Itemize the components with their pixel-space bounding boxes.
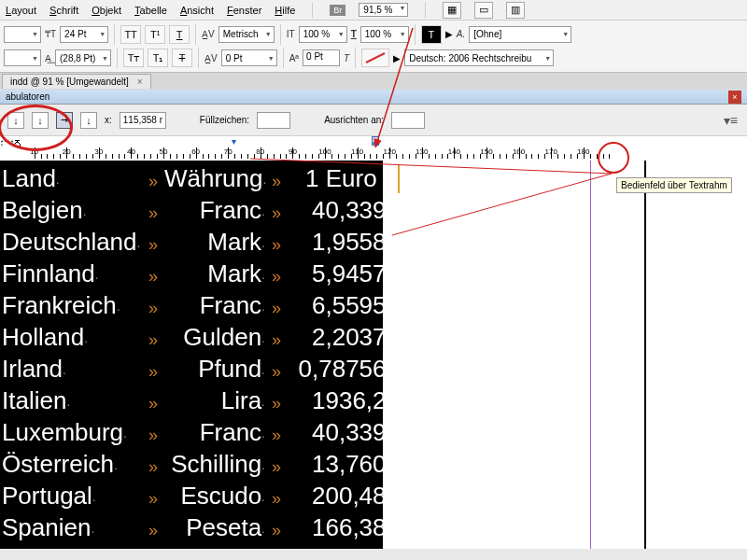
screen-mode-icon[interactable]: ▭ xyxy=(474,2,493,19)
control-panel: ₸T 24 Pt TT T¹ T A̲V Metrisch IT 100 % T… xyxy=(0,21,747,73)
arrange-icon[interactable]: ▥ xyxy=(506,2,525,19)
tooltip: Bedienfeld über Textrahm xyxy=(616,177,732,193)
subscript-button[interactable]: T₁ xyxy=(148,49,168,67)
page-edge xyxy=(644,161,646,549)
baseline-icon: Aª xyxy=(289,53,299,63)
menu-layout[interactable]: Layout xyxy=(6,5,36,16)
superscript-button[interactable]: T¹ xyxy=(145,25,165,44)
underline-button[interactable]: T xyxy=(169,25,190,44)
separator xyxy=(198,48,199,68)
table-row: Luxemburg·»Franc·»40,3399 xyxy=(2,418,400,450)
close-icon[interactable]: × xyxy=(728,91,741,104)
menu-hilfe[interactable]: Hilfe xyxy=(275,5,295,16)
table-row: Irland·»Pfund·»0,787564 xyxy=(2,355,400,386)
vscale-dropdown[interactable]: 100 % xyxy=(299,26,347,43)
charstyle-icon: A. xyxy=(457,29,465,39)
separator xyxy=(283,48,284,68)
tabs-panel: abulatoren × ↓ ↓ ⇥ ↓ x: Füllzeichen: Aus… xyxy=(0,90,747,161)
strikethrough-button[interactable]: T xyxy=(172,49,192,67)
document-tab[interactable]: indd @ 91 % [Umgewandelt] × xyxy=(2,74,151,89)
right-tab-button[interactable]: ⇥ xyxy=(56,112,73,129)
font-size-dropdown[interactable]: 24 Pt xyxy=(60,26,108,43)
separator xyxy=(114,24,115,45)
document-tabs: indd @ 91 % [Umgewandelt] × xyxy=(0,73,747,90)
panel-titlebar[interactable]: abulatoren × xyxy=(0,90,747,105)
table-row: Land·»Währung·»1 Euro = xyxy=(2,164,400,196)
fill-label: Füllzeichen: xyxy=(200,115,249,125)
font-dropdown[interactable] xyxy=(4,26,41,43)
decimal-tab-button[interactable]: ↓ xyxy=(80,112,97,129)
allcaps-button[interactable]: TT xyxy=(120,25,141,44)
zoom-dropdown[interactable]: 91,5 % xyxy=(359,3,408,17)
page-background xyxy=(383,161,747,549)
table-row: Italien·»Lira·»1936,27 xyxy=(2,386,400,418)
align-label: Ausrichten an: xyxy=(324,115,384,125)
kerning-icon: A̲V xyxy=(202,29,215,39)
table-row: Finnland·»Mark·»5,94573 xyxy=(2,259,400,291)
style-dropdown[interactable] xyxy=(4,49,41,66)
tracking-icon: A̲V xyxy=(204,53,218,63)
leading-icon: A͟ xyxy=(45,53,51,63)
menu-objekt[interactable]: Objekt xyxy=(92,5,121,16)
font-size-icon: ₸T xyxy=(45,29,56,39)
margin-guide xyxy=(590,161,591,549)
hscale-dropdown[interactable]: 100 % xyxy=(360,26,409,43)
flyout-menu-icon[interactable]: ▾≡ xyxy=(724,113,738,128)
hscale-icon: T xyxy=(351,29,357,39)
separator xyxy=(117,48,118,68)
separator xyxy=(415,24,416,45)
center-tab-button[interactable]: ↓ xyxy=(32,112,49,129)
tab-stop-marker[interactable]: ▾ xyxy=(232,136,239,146)
text-frame[interactable]: Land·»Währung·»1 Euro =Belgien·»Franc·»4… xyxy=(2,164,400,545)
separator xyxy=(355,48,356,68)
tab-stop-marker-active[interactable]: ◆ xyxy=(372,136,379,146)
table-row: Holland·»Gulden·»2,20371 xyxy=(2,323,400,355)
menu-fenster[interactable]: Fenster xyxy=(227,5,261,16)
tracking-dropdown[interactable]: 0 Pt xyxy=(221,49,277,66)
smallcaps-button[interactable]: Tᴛ xyxy=(123,49,144,67)
skew-icon: T xyxy=(344,53,349,63)
x-label: x: xyxy=(105,115,112,125)
fill-swatch[interactable]: T xyxy=(421,25,442,44)
menubar: Layout Schrift Objekt Tabelle Ansicht Fe… xyxy=(0,0,747,21)
separator xyxy=(312,3,313,18)
bridge-icon[interactable]: Br xyxy=(330,5,345,16)
view-options-icon[interactable]: ▦ xyxy=(443,2,461,19)
vscale-icon: IT xyxy=(287,29,295,39)
table-row: Portugal·»Escudo·»200,482 xyxy=(2,482,400,513)
left-tab-button[interactable]: ↓ xyxy=(7,112,24,129)
document-tab-label: indd @ 91 % [Umgewandelt] xyxy=(10,77,129,87)
language-dropdown[interactable]: Deutsch: 2006 Rechtschreibu xyxy=(404,49,554,66)
table-row: Belgien·»Franc·»40,3399 xyxy=(2,196,400,228)
baseline-field[interactable]: 0 Pt xyxy=(303,49,340,66)
table-row: Deutschland·»Mark·»1,95583 xyxy=(2,228,400,259)
menu-tabelle[interactable]: Tabelle xyxy=(134,5,167,16)
document-view[interactable]: Land·»Währung·»1 Euro =Belgien·»Franc·»4… xyxy=(0,161,747,549)
table-row: Österreich·»Schilling·»13,7603 xyxy=(2,450,400,482)
arrow-icon: ▶ xyxy=(445,29,453,39)
leading-dropdown[interactable]: (28,8 Pt) xyxy=(55,49,111,66)
separator xyxy=(280,24,281,45)
arrow-icon: ▶ xyxy=(393,53,401,63)
table-row: Spanien·»Peseta·»166,386 xyxy=(2,513,400,545)
separator xyxy=(195,24,196,45)
fill-field[interactable] xyxy=(257,112,290,129)
menu-schrift[interactable]: Schrift xyxy=(49,5,78,16)
tabs-controls: ↓ ↓ ⇥ ↓ x: Füllzeichen: Ausrichten an: ▾… xyxy=(0,105,747,136)
table-row: Frankreich·»Franc·»6,55957 xyxy=(2,291,400,323)
stroke-swatch[interactable] xyxy=(361,49,389,67)
panel-title: abulatoren xyxy=(6,91,49,102)
align-field[interactable] xyxy=(391,112,425,129)
charstyle-dropdown[interactable]: [Ohne] xyxy=(469,26,571,43)
close-icon[interactable]: × xyxy=(137,77,143,87)
separator xyxy=(425,3,426,18)
menu-ansicht[interactable]: Ansicht xyxy=(180,5,214,16)
svg-line-0 xyxy=(366,53,385,63)
kerning-dropdown[interactable]: Metrisch xyxy=(218,26,275,43)
tab-ruler[interactable]: ▾ ◆ 102030405060708090100110120130140150… xyxy=(0,136,747,161)
x-field[interactable] xyxy=(120,112,166,129)
